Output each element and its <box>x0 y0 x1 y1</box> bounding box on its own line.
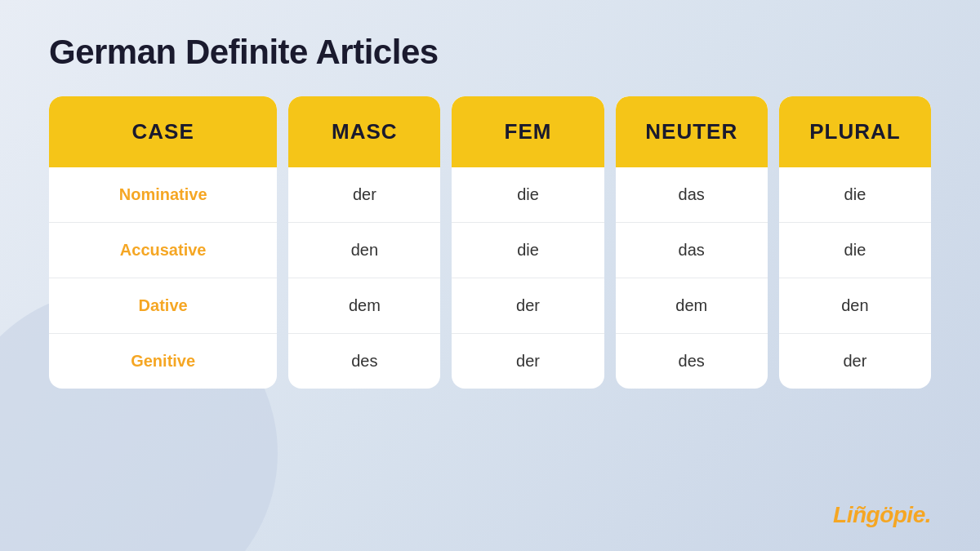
cell-case-2: Dative <box>49 278 277 333</box>
cell-case-0: Nominative <box>49 167 277 222</box>
column-neuter: NEUTERdasdasdemdes <box>616 96 768 389</box>
cell-neuter-1: das <box>616 222 768 278</box>
cell-fem-3: der <box>452 333 604 389</box>
header-neuter: NEUTER <box>616 96 768 167</box>
body-neuter: dasdasdemdes <box>616 167 768 389</box>
cell-fem-0: die <box>452 167 604 222</box>
article-table: CASENominativeAccusativeDativeGenitiveMA… <box>49 96 931 389</box>
body-fem: diediederder <box>452 167 604 389</box>
cell-plural-1: die <box>779 222 931 278</box>
header-case: CASE <box>49 96 277 167</box>
column-plural: PLURALdiediedender <box>779 96 931 389</box>
cell-fem-2: der <box>452 278 604 333</box>
column-case: CASENominativeAccusativeDativeGenitive <box>49 96 277 389</box>
header-fem: FEM <box>452 96 604 167</box>
cell-plural-0: die <box>779 167 931 222</box>
column-masc: MASCderdendemdes <box>288 96 440 389</box>
cell-masc-3: des <box>288 333 440 389</box>
cell-neuter-3: des <box>616 333 768 389</box>
cell-plural-2: den <box>779 278 931 333</box>
cell-fem-1: die <box>452 222 604 278</box>
cell-case-3: Genitive <box>49 333 277 389</box>
cell-masc-1: den <box>288 222 440 278</box>
page-title: German Definite Articles <box>49 33 931 72</box>
page-wrapper: German Definite Articles CASENominativeA… <box>0 0 980 413</box>
header-plural: PLURAL <box>779 96 931 167</box>
header-masc: MASC <box>288 96 440 167</box>
brand-logo: Liñgöpie. <box>833 502 931 528</box>
column-fem: FEMdiediederder <box>452 96 604 389</box>
cell-neuter-2: dem <box>616 278 768 333</box>
cell-masc-2: dem <box>288 278 440 333</box>
cell-case-1: Accusative <box>49 222 277 278</box>
body-masc: derdendemdes <box>288 167 440 389</box>
cell-neuter-0: das <box>616 167 768 222</box>
cell-masc-0: der <box>288 167 440 222</box>
cell-plural-3: der <box>779 333 931 389</box>
body-case: NominativeAccusativeDativeGenitive <box>49 167 277 389</box>
body-plural: diediedender <box>779 167 931 389</box>
